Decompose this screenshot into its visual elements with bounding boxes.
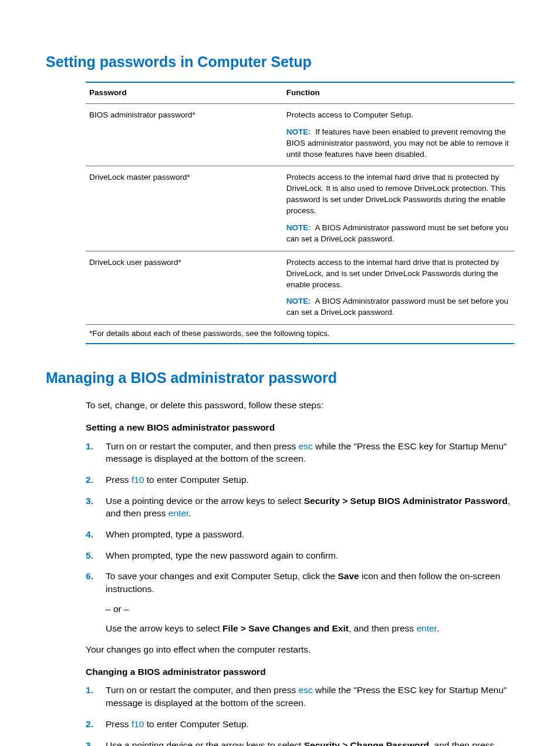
step-alt: Use the arrow keys to select File > Save… <box>106 622 514 635</box>
key-enter: enter <box>416 623 436 633</box>
subheading-changing: Changing a BIOS administrator password <box>86 666 514 678</box>
subheading-setting-new: Setting a new BIOS administrator passwor… <box>86 421 514 434</box>
step-item: When prompted, type the new password aga… <box>86 549 514 562</box>
note-label: NOTE: <box>286 127 311 136</box>
step-text: Use the arrow keys to select <box>106 623 222 633</box>
note-text: A BIOS Administrator password must be se… <box>286 297 508 317</box>
function-text: Protects access to the internal hard dri… <box>286 172 511 217</box>
key-f10: f10 <box>131 475 144 485</box>
section-heading-managing-bios: Managing a BIOS administrator password <box>46 368 514 388</box>
step-text: . <box>437 623 439 633</box>
step-item: Use a pointing device or the arrow keys … <box>86 739 514 746</box>
note-block: NOTE: A BIOS Administrator password must… <box>286 223 511 245</box>
after-text: Your changes go into effect when the com… <box>86 643 514 656</box>
table-row: DriveLock user password* Protects access… <box>86 251 514 324</box>
table-row: BIOS administrator password* Protects ac… <box>86 103 514 166</box>
note-label: NOTE: <box>286 223 311 232</box>
key-enter: enter <box>168 508 188 518</box>
step-text: . <box>188 508 191 518</box>
function-text: Protects access to Computer Setup. <box>286 110 511 121</box>
section-heading-setting-passwords: Setting passwords in Computer Setup <box>46 52 514 72</box>
step-text: Use a pointing device or the arrow keys … <box>106 496 304 506</box>
note-block: NOTE: If features have been enabled to p… <box>286 127 511 160</box>
step-item: To save your changes and exit Computer S… <box>86 570 514 635</box>
function-text: Protects access to the internal hard dri… <box>286 257 511 291</box>
step-item: Turn on or restart the computer, and the… <box>86 684 514 709</box>
password-name: DriveLock user password* <box>86 251 283 324</box>
table-footnote: *For details about each of these passwor… <box>86 325 514 343</box>
step-text: , and then press <box>349 623 416 633</box>
step-text: to enter Computer Setup. <box>144 475 249 485</box>
password-name: DriveLock master password* <box>86 166 283 251</box>
key-esc: esc <box>299 685 313 695</box>
password-function: Protects access to Computer Setup. NOTE:… <box>283 103 514 166</box>
step-text: Turn on or restart the computer, and the… <box>106 441 299 451</box>
passwords-table: Password Function BIOS administrator pas… <box>86 82 514 344</box>
intro-text: To set, change, or delete this password,… <box>86 399 514 412</box>
step-item: Press f10 to enter Computer Setup. <box>86 718 514 731</box>
table-footnote-row: *For details about each of these passwor… <box>86 325 514 343</box>
steps-list-changing: Turn on or restart the computer, and the… <box>86 684 514 746</box>
note-block: NOTE: A BIOS Administrator password must… <box>286 296 511 318</box>
table-header-password: Password <box>86 83 283 103</box>
step-item: Turn on or restart the computer, and the… <box>86 440 514 465</box>
table-row: DriveLock master password* Protects acce… <box>86 166 514 251</box>
step-text: , and then press <box>429 740 494 746</box>
note-label: NOTE: <box>286 297 311 305</box>
step-item: Press f10 to enter Computer Setup. <box>86 473 514 486</box>
steps-list-setting: Turn on or restart the computer, and the… <box>86 440 514 636</box>
save-icon-ref: Save <box>338 571 359 581</box>
step-text: to enter Computer Setup. <box>144 719 249 729</box>
password-name: BIOS administrator password* <box>86 103 283 166</box>
password-function: Protects access to the internal hard dri… <box>283 166 514 251</box>
password-function: Protects access to the internal hard dri… <box>283 251 514 324</box>
step-text: Use a pointing device or the arrow keys … <box>106 740 304 746</box>
menu-path: Security > Setup BIOS Administrator Pass… <box>304 496 508 506</box>
step-item: Use a pointing device or the arrow keys … <box>86 495 514 520</box>
menu-path: Security > Change Password <box>304 740 429 746</box>
note-text: If features have been enabled to prevent… <box>286 127 509 159</box>
note-text: A BIOS Administrator password must be se… <box>286 223 508 243</box>
step-text: Press <box>106 475 131 485</box>
step-text: Turn on or restart the computer, and the… <box>106 685 299 695</box>
step-text: To save your changes and exit Computer S… <box>106 571 338 581</box>
menu-path: File > Save Changes and Exit <box>222 623 349 633</box>
key-esc: esc <box>299 441 313 451</box>
or-separator: – or – <box>106 603 514 616</box>
table-header-function: Function <box>283 83 514 103</box>
key-f10: f10 <box>131 719 144 729</box>
step-text: Press <box>106 719 131 729</box>
step-item: When prompted, type a password. <box>86 528 514 541</box>
